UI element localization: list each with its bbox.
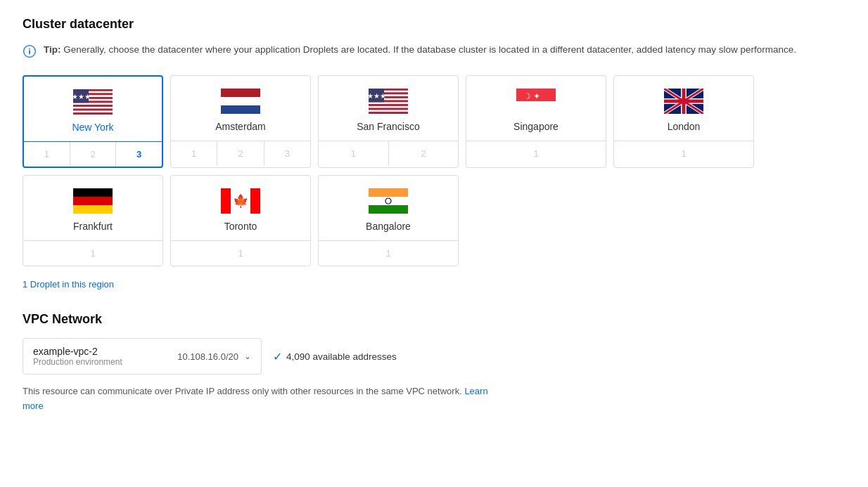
region-card-top: Amsterdam bbox=[171, 76, 310, 141]
region-card-numbers-ams: 123 bbox=[171, 141, 310, 166]
svg-rect-31 bbox=[369, 104, 408, 106]
svg-rect-21 bbox=[221, 105, 260, 114]
svg-rect-32 bbox=[369, 106, 408, 108]
svg-rect-15 bbox=[73, 110, 113, 112]
region-num-sfo-1[interactable]: 1 bbox=[319, 141, 389, 166]
region-card-top: ★★★ New York bbox=[24, 77, 162, 141]
svg-rect-54 bbox=[250, 188, 260, 214]
region-num-lon-1[interactable]: 1 bbox=[614, 141, 753, 166]
vpc-selector: example-vpc-2 Production environment 10.… bbox=[23, 338, 845, 375]
region-num-blr-1[interactable]: 1 bbox=[319, 241, 458, 266]
region-flag-tor: 🍁 bbox=[221, 188, 260, 214]
svg-rect-14 bbox=[73, 109, 113, 111]
region-card-top: Bangalore bbox=[319, 176, 458, 240]
region-card-ams[interactable]: Amsterdam 123 bbox=[170, 75, 311, 168]
svg-rect-33 bbox=[369, 108, 408, 110]
vpc-available-addresses: 4,090 available addresses bbox=[286, 351, 397, 362]
region-flag-sfo: ★★★ bbox=[369, 89, 408, 114]
region-flag-blr bbox=[369, 188, 408, 214]
svg-rect-11 bbox=[73, 103, 113, 105]
region-num-nyc-2[interactable]: 2 bbox=[70, 142, 117, 167]
svg-rect-20 bbox=[221, 97, 260, 105]
vpc-dropdown-info: example-vpc-2 Production environment bbox=[33, 346, 122, 367]
region-card-nyc[interactable]: ★★★ New York 123 bbox=[23, 75, 163, 168]
svg-rect-30 bbox=[369, 102, 408, 104]
region-card-numbers-blr: 1 bbox=[319, 240, 458, 266]
region-card-top: ☽ ✦ Singapore bbox=[466, 76, 606, 141]
region-name-sgp: Singapore bbox=[513, 121, 559, 132]
region-flag-sgp: ☽ ✦ bbox=[516, 89, 556, 114]
svg-text:🍁: 🍁 bbox=[233, 193, 249, 209]
region-card-numbers-nyc: 123 bbox=[24, 141, 162, 167]
svg-rect-16 bbox=[73, 112, 113, 115]
region-name-fra: Frankfurt bbox=[73, 221, 113, 232]
region-flag-fra bbox=[73, 188, 113, 214]
region-card-numbers-lon: 1 bbox=[614, 141, 753, 166]
tip-box: Tip: Generally, choose the datacenter wh… bbox=[23, 43, 845, 58]
svg-rect-52 bbox=[73, 205, 113, 214]
region-card-top: London bbox=[614, 76, 753, 141]
tip-text: Tip: Generally, choose the datacenter wh… bbox=[44, 43, 796, 57]
vpc-description: Production environment bbox=[33, 357, 122, 367]
region-name-sfo: San Francisco bbox=[357, 121, 419, 132]
region-card-numbers-sfo: 12 bbox=[319, 141, 458, 166]
vpc-dropdown[interactable]: example-vpc-2 Production environment 10.… bbox=[23, 338, 262, 375]
region-num-ams-1[interactable]: 1 bbox=[171, 141, 217, 166]
vpc-cidr: 10.108.16.0/20 bbox=[177, 351, 238, 362]
droplet-link-anchor[interactable]: 1 Droplet in this region bbox=[23, 279, 114, 290]
svg-rect-12 bbox=[73, 105, 113, 107]
region-card-numbers-fra: 1 bbox=[23, 240, 162, 266]
region-card-blr[interactable]: Bangalore 1 bbox=[318, 175, 459, 266]
region-name-nyc: New York bbox=[72, 122, 113, 133]
svg-rect-59 bbox=[369, 205, 408, 214]
region-num-fra-1[interactable]: 1 bbox=[23, 241, 162, 266]
svg-text:★★★: ★★★ bbox=[73, 93, 91, 100]
svg-rect-57 bbox=[369, 188, 408, 197]
region-card-sfo[interactable]: ★★★ San Francisco 12 bbox=[318, 75, 459, 168]
region-flag-nyc: ★★★ bbox=[73, 89, 113, 115]
region-card-lon[interactable]: London 1 bbox=[613, 75, 754, 168]
regions-grid: ★★★ New York 123 Amsterdam 123 bbox=[23, 75, 845, 273]
lightbulb-icon bbox=[23, 44, 37, 58]
region-num-sfo-2[interactable]: 2 bbox=[389, 141, 459, 166]
svg-rect-53 bbox=[221, 188, 231, 214]
vpc-name: example-vpc-2 bbox=[33, 346, 122, 357]
svg-rect-51 bbox=[73, 197, 113, 205]
tip-description: Generally, choose the datacenter where y… bbox=[63, 44, 796, 55]
region-card-sgp[interactable]: ☽ ✦ Singapore 1 bbox=[466, 75, 606, 168]
vpc-section: VPC Network example-vpc-2 Production env… bbox=[23, 312, 845, 414]
cluster-datacenter-title: Cluster datacenter bbox=[23, 17, 845, 32]
region-card-fra[interactable]: Frankfurt 1 bbox=[23, 175, 163, 266]
region-num-nyc-3[interactable]: 3 bbox=[116, 142, 162, 167]
tip-label: Tip: bbox=[44, 44, 61, 55]
region-num-ams-2[interactable]: 2 bbox=[217, 141, 264, 166]
droplet-link: 1 Droplet in this region bbox=[23, 279, 845, 290]
vpc-dropdown-right: 10.108.16.0/20 ⌄ bbox=[177, 351, 251, 362]
svg-rect-50 bbox=[73, 188, 113, 197]
region-card-numbers-tor: 1 bbox=[171, 240, 310, 266]
svg-rect-39 bbox=[516, 101, 556, 114]
region-card-top: 🍁 Toronto bbox=[171, 176, 310, 240]
check-icon: ✓ bbox=[273, 350, 282, 363]
region-name-ams: Amsterdam bbox=[215, 121, 266, 132]
region-name-lon: London bbox=[668, 121, 701, 132]
region-name-tor: Toronto bbox=[224, 221, 257, 232]
vpc-section-title: VPC Network bbox=[23, 312, 845, 327]
svg-rect-34 bbox=[369, 110, 408, 112]
svg-rect-35 bbox=[369, 112, 408, 114]
vpc-note: This resource can communicate over Priva… bbox=[23, 384, 501, 414]
region-card-tor[interactable]: 🍁 Toronto 1 bbox=[170, 175, 311, 266]
svg-point-2 bbox=[29, 48, 30, 50]
vpc-addresses-info: ✓ 4,090 available addresses bbox=[273, 350, 397, 363]
region-num-tor-1[interactable]: 1 bbox=[171, 241, 310, 266]
region-num-sgp-1[interactable]: 1 bbox=[466, 141, 606, 166]
region-num-ams-3[interactable]: 3 bbox=[264, 141, 310, 166]
region-card-top: ★★★ San Francisco bbox=[319, 76, 458, 141]
droplet-link-text: Droplet in this region bbox=[27, 279, 114, 290]
region-card-numbers-sgp: 1 bbox=[466, 141, 606, 166]
region-card-top: Frankfurt bbox=[23, 176, 162, 240]
vpc-note-text: This resource can communicate over Priva… bbox=[23, 386, 462, 396]
region-num-nyc-1[interactable]: 1 bbox=[24, 142, 70, 167]
region-flag-lon bbox=[664, 89, 703, 114]
region-flag-ams bbox=[221, 89, 260, 114]
